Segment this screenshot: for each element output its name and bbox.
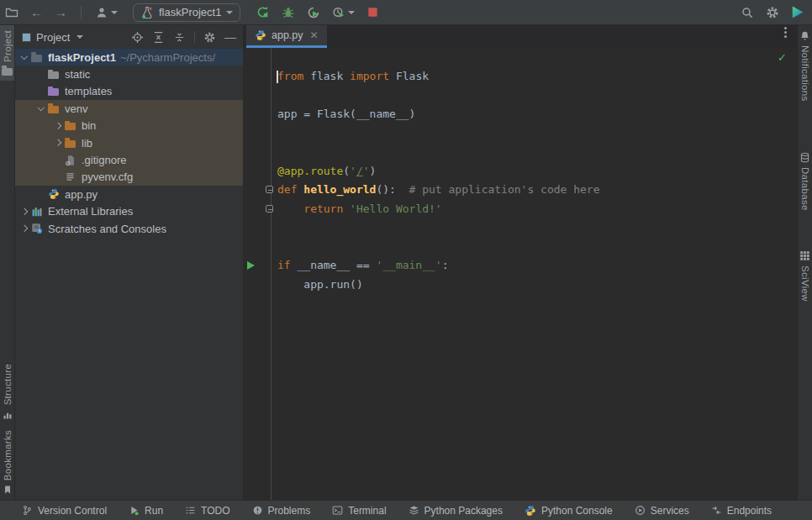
- code-token: Flask: [389, 70, 429, 82]
- sidebar-item-notifications[interactable]: Notifications: [798, 25, 812, 107]
- tree-item-static[interactable]: static: [15, 66, 243, 82]
- code-line-1: from flask import Flask: [243, 67, 797, 87]
- sidebar-item-database[interactable]: Database: [798, 147, 812, 216]
- code-token: flask: [303, 70, 350, 82]
- back-arrow-icon[interactable]: ←: [30, 6, 43, 18]
- code-line-7: def hello_world(): # put application's c…: [243, 181, 797, 200]
- tree-item-flaskproject1[interactable]: flaskProject1~/PycharmProjects/: [15, 49, 243, 66]
- ide-logo-icon[interactable]: [791, 6, 804, 18]
- fold-end-icon[interactable]: [266, 205, 273, 213]
- statusbar-item-todo[interactable]: TODO: [185, 505, 229, 517]
- python-file-icon: [47, 188, 60, 200]
- fold-start-icon[interactable]: [266, 186, 273, 193]
- tree-item-gitignore[interactable]: .gitignore: [15, 151, 243, 168]
- tree-chevron-down-icon[interactable]: [35, 108, 47, 110]
- statusbar-item-services[interactable]: Services: [635, 505, 689, 517]
- code-token: app = Flask(__name__): [277, 108, 415, 120]
- tree-chevron-right-icon[interactable]: [18, 226, 30, 231]
- statusbar-item-endpoints[interactable]: Endpoints: [711, 505, 772, 517]
- sidebar-item-bookmarks[interactable]: Bookmarks: [0, 425, 14, 500]
- statusbar-item-problems[interactable]: Problems: [252, 505, 311, 517]
- user-profile-icon[interactable]: [95, 6, 118, 19]
- open-project-icon[interactable]: [5, 6, 18, 19]
- settings-gear-icon[interactable]: [766, 6, 779, 19]
- right-tool-strip: NotificationsDatabaseSciView: [797, 25, 812, 500]
- hide-icon[interactable]: —: [224, 31, 236, 43]
- code-token: :: [442, 259, 449, 271]
- close-icon[interactable]: ✕: [310, 29, 319, 41]
- statusbar-item-label: TODO: [201, 505, 229, 517]
- code-line-2: [243, 87, 797, 106]
- statusbar-item-python-console[interactable]: Python Console: [525, 505, 613, 517]
- file-ignored-icon: [64, 155, 76, 166]
- code-line-12: app.run(): [243, 276, 797, 295]
- profiler-button[interactable]: [332, 6, 355, 19]
- terminal-icon: [332, 505, 343, 516]
- tree-item-app-py[interactable]: app.py: [15, 186, 243, 202]
- sidebar-item-structure[interactable]: Structure: [0, 359, 14, 424]
- tree-chevron-right-icon[interactable]: [52, 123, 64, 129]
- text-caret: [277, 71, 278, 83]
- rerun-button[interactable]: [256, 5, 270, 19]
- run-config-name: flaskProject1: [159, 6, 221, 18]
- more-options-icon[interactable]: [784, 31, 787, 34]
- locate-icon[interactable]: [131, 31, 144, 44]
- file-config-icon: [64, 171, 76, 182]
- python-console-icon: [525, 505, 536, 517]
- sidebar-item-sciview[interactable]: SciView: [798, 245, 812, 307]
- left-tool-strip: ProjectStructureBookmarks: [0, 25, 15, 500]
- tree-chevron-right-icon[interactable]: [52, 140, 64, 145]
- bell-icon: [799, 30, 810, 41]
- chevron-down-icon[interactable]: [76, 35, 83, 39]
- settings-icon[interactable]: [203, 31, 216, 44]
- inspection-status-icon[interactable]: ✓: [778, 51, 787, 64]
- run-with-coverage-button[interactable]: [307, 6, 320, 19]
- tree-item-label: flaskProject1: [48, 51, 116, 64]
- run-line-icon[interactable]: [247, 261, 255, 270]
- statusbar-item-label: Endpoints: [727, 505, 772, 517]
- tool-window-icon: [22, 33, 31, 42]
- debug-button[interactable]: [282, 6, 295, 19]
- statusbar-item-terminal[interactable]: Terminal: [332, 505, 386, 517]
- tree-item-external-libraries[interactable]: External Libraries: [15, 203, 243, 220]
- bookmark-icon: [3, 485, 13, 495]
- code-token: return: [303, 202, 350, 215]
- tree-item-bin[interactable]: bin: [15, 118, 243, 134]
- strip-label: Bookmarks: [3, 430, 13, 481]
- forward-arrow-icon[interactable]: →: [55, 6, 67, 18]
- statusbar-item-python-packages[interactable]: Python Packages: [409, 505, 503, 517]
- statusbar-item-run[interactable]: Run: [129, 505, 163, 517]
- statusbar-item-label: Problems: [268, 505, 311, 517]
- tree-item-label: static: [65, 68, 90, 81]
- code-line-10: [243, 238, 797, 257]
- strip-label: Notifications: [800, 45, 810, 102]
- scratches-icon: [30, 223, 43, 234]
- code-token: __name__ ==: [297, 259, 376, 271]
- expand-all-icon[interactable]: [152, 31, 165, 44]
- tree-item-label: pyvenv.cfg: [82, 171, 133, 183]
- tree-item-pyvenv-cfg[interactable]: pyvenv.cfg: [15, 169, 243, 186]
- sidebar-item-project[interactable]: Project: [0, 25, 14, 81]
- search-icon[interactable]: [741, 6, 754, 19]
- project-tool-window: Project — flaskProject1~/PycharmProjects…: [15, 25, 243, 500]
- run-config-selector[interactable]: flaskProject1: [133, 3, 240, 22]
- tab-app-py[interactable]: app.py ✕: [246, 25, 327, 48]
- stop-button[interactable]: [366, 6, 379, 18]
- code-token: # put application's code here: [396, 183, 600, 196]
- editor-area: app.py ✕ from flask import Flaskapp = Fl…: [243, 25, 797, 500]
- code-editor[interactable]: from flask import Flaskapp = Flask(__nam…: [243, 48, 797, 500]
- tree-item-scratches-and-consoles[interactable]: Scratches and Consoles: [15, 220, 243, 237]
- editor-tab-bar: app.py ✕: [243, 25, 797, 48]
- statusbar-item-label: Version Control: [38, 505, 107, 517]
- tree-item-venv[interactable]: venv: [15, 100, 243, 117]
- tree-item-lib[interactable]: lib: [15, 134, 243, 151]
- code-line-9: [243, 218, 797, 238]
- project-panel-header: Project —: [15, 25, 243, 49]
- folder-tool-icon: [2, 66, 13, 76]
- tree-chevron-down-icon[interactable]: [18, 56, 30, 59]
- tree-item-label: app.py: [65, 188, 98, 201]
- tree-chevron-right-icon[interactable]: [18, 209, 30, 214]
- collapse-all-icon[interactable]: [173, 31, 186, 44]
- statusbar-item-version-control[interactable]: Version Control: [22, 505, 107, 517]
- tree-item-templates[interactable]: templates: [15, 83, 243, 100]
